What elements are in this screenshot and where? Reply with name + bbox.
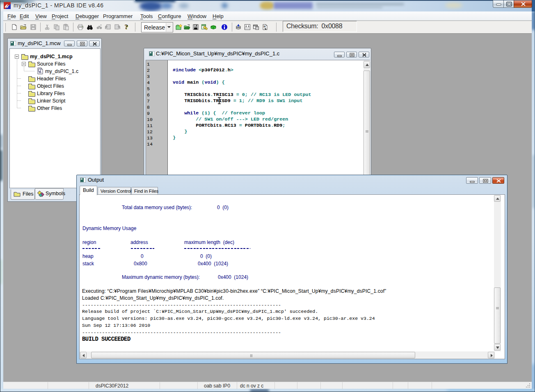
svg-text:h: h [264, 25, 266, 28]
svg-text:?: ? [125, 24, 128, 30]
